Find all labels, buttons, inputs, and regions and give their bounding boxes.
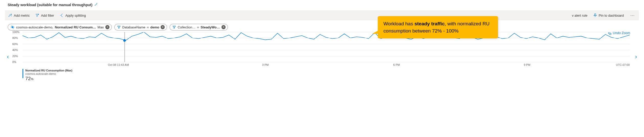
- add-filter-icon: [35, 13, 39, 17]
- gridline: [23, 32, 630, 32]
- filter-icon: [172, 25, 176, 29]
- gridline: [23, 44, 630, 44]
- add-metric-icon: [8, 13, 12, 17]
- agg-label: Max: [97, 25, 104, 29]
- legend-series-name: Normalized RU Consumption (Max): [25, 69, 72, 72]
- gridline: [23, 50, 630, 50]
- y-tick: 80%: [12, 36, 18, 39]
- callout-bold: steady traffic: [414, 21, 445, 26]
- y-tick: 20%: [12, 55, 18, 58]
- y-tick: 0%: [12, 60, 16, 64]
- pin-dashboard-button[interactable]: Pin to dashboard: [593, 12, 624, 18]
- undo-icon: [608, 31, 612, 35]
- chevron-right-icon[interactable]: ›: [633, 52, 639, 62]
- metric-pill[interactable]: cosmos-autoscale-demo, Normalized RU Con…: [8, 24, 112, 30]
- more-button[interactable]: ···: [629, 14, 636, 17]
- chevron-left-icon[interactable]: ‹: [5, 52, 11, 62]
- close-icon[interactable]: ✕: [105, 25, 109, 29]
- x-tick: 9 PM: [524, 63, 530, 66]
- x-axis: UTC-07:00 Oct 08 11:43 AM3 PM6 PM9 PM: [23, 62, 630, 68]
- add-metric-label: Add metric: [14, 14, 30, 17]
- undo-zoom-label: Undo Zoom: [613, 31, 630, 35]
- cosmos-icon: [10, 25, 15, 29]
- y-tick: 40%: [12, 48, 18, 51]
- gridline: [23, 56, 630, 56]
- chart-line: [23, 32, 630, 62]
- legend-color-bar: [23, 69, 23, 78]
- pin-icon: [593, 13, 597, 17]
- x-tick: 3 PM: [262, 63, 269, 66]
- db-filter-key: DatabaseName: [122, 25, 145, 29]
- close-icon[interactable]: ✕: [161, 25, 165, 29]
- undo-zoom-button[interactable]: Undo Zoom: [608, 31, 630, 35]
- callout-prefix: Workload has: [383, 21, 414, 26]
- annotation-callout: Workload has steady traffic, with normal…: [378, 16, 498, 38]
- apply-splitting-button[interactable]: Apply splitting: [59, 12, 86, 18]
- chart-plot[interactable]: 0%20%40%60%80%100%: [23, 32, 630, 62]
- alert-rule-label: v alert rule: [572, 14, 587, 17]
- resource-label: cosmos-autoscale-demo,: [16, 25, 53, 29]
- metric-label: Normalized RU Consum…: [55, 25, 96, 29]
- eq-sign: =: [197, 25, 199, 29]
- gridline: [23, 38, 630, 38]
- coll-filter-val: SteadyWo…: [201, 25, 220, 29]
- y-tick: 100%: [12, 30, 19, 34]
- page-title: Steady workload (suitable for manual thr…: [8, 3, 92, 7]
- coll-filter-key: Collection…: [177, 25, 195, 29]
- apply-splitting-icon: [60, 13, 64, 17]
- db-filter-pill[interactable]: DatabaseName = demo ✕: [114, 24, 167, 30]
- filter-pills: cosmos-autoscale-demo, Normalized RU Con…: [5, 20, 639, 32]
- add-filter-label: Add filter: [41, 14, 54, 17]
- x-tick: 6 PM: [393, 63, 400, 66]
- cursor-dot: [123, 39, 126, 42]
- timezone-label: UTC-07:00: [616, 63, 630, 66]
- add-filter-button[interactable]: Add filter: [35, 12, 54, 18]
- eq-sign: =: [147, 25, 149, 29]
- legend: Normalized RU Consumption (Max) cosmos-a…: [23, 69, 632, 82]
- legend-value: 72%: [25, 76, 72, 82]
- y-tick: 60%: [12, 43, 18, 46]
- alert-rule-button[interactable]: v alert rule: [571, 13, 588, 18]
- edit-icon[interactable]: [94, 3, 98, 7]
- filter-icon: [117, 25, 121, 29]
- cursor-line: [125, 32, 125, 62]
- db-filter-val: demo: [150, 25, 159, 29]
- coll-filter-pill[interactable]: Collection… = SteadyWo… ✕: [170, 24, 228, 30]
- close-icon[interactable]: ✕: [221, 25, 226, 29]
- apply-splitting-label: Apply splitting: [65, 14, 86, 17]
- toolbar: Add metric Add filter Apply splitting v …: [5, 10, 639, 20]
- pin-label: Pin to dashboard: [599, 14, 624, 17]
- x-tick: Oct 08 11:43 AM: [108, 63, 129, 66]
- legend-resource: cosmos-autoscale-demo: [25, 72, 72, 76]
- add-metric-button[interactable]: Add metric: [8, 12, 30, 18]
